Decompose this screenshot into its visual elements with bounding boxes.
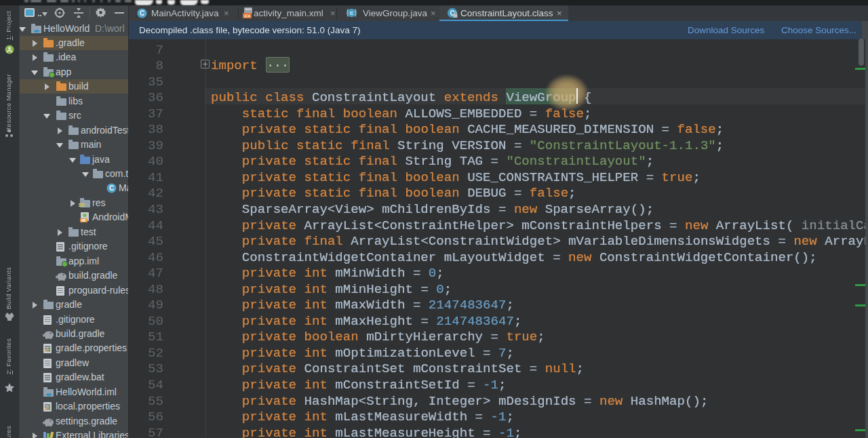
svg-text:MF: MF [81, 218, 86, 222]
svg-text:<>: <> [244, 14, 251, 19]
svg-text:C: C [109, 184, 114, 192]
svg-text:c: c [350, 9, 353, 16]
svg-text:C: C [140, 9, 144, 17]
